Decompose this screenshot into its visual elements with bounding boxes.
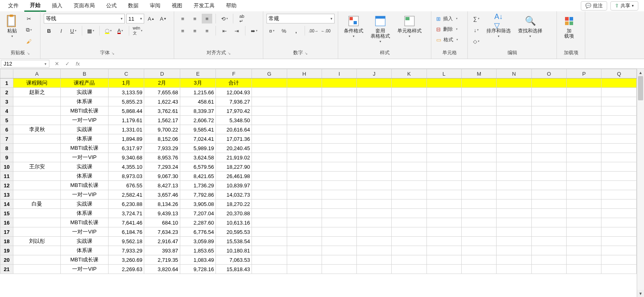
cell-E4[interactable]: 8,339.37 [180,106,215,116]
cell-P11[interactable] [567,172,601,181]
cell-B11[interactable]: 体系课 [61,172,109,181]
cell-N21[interactable] [497,265,531,274]
cell-J16[interactable] [357,218,392,227]
cell-N8[interactable] [497,144,531,153]
cell-Q17[interactable] [601,227,637,237]
cell-I6[interactable] [322,125,356,134]
tab-developer[interactable]: 开发工具 [188,0,220,11]
align-right-button[interactable]: ≡ [202,26,212,36]
cell-E18[interactable]: 3,059.89 [180,237,215,246]
cell-D3[interactable]: 1,622.43 [144,97,180,106]
row-header-19[interactable]: 19 [0,246,13,255]
cell-P4[interactable] [567,106,601,116]
cell-K20[interactable] [392,255,426,265]
cell-L1[interactable] [426,78,461,88]
column-header-I[interactable]: I [322,69,356,78]
cell-Q8[interactable] [601,144,637,153]
cell-P18[interactable] [567,237,601,246]
cell-J5[interactable] [357,116,392,125]
cell-Q3[interactable] [601,97,637,106]
cell-L10[interactable] [426,162,461,172]
cell-M10[interactable] [461,162,496,172]
cell-J18[interactable] [357,237,392,246]
cell-E20[interactable]: 1,083.49 [180,255,215,265]
cell-A21[interactable] [13,265,61,274]
cell-D17[interactable]: 7,634.23 [144,227,180,237]
cell-C14[interactable]: 6,230.88 [108,199,144,209]
cell-I15[interactable] [322,209,356,218]
cell-E15[interactable]: 7,207.04 [180,209,215,218]
cell-D16[interactable]: 684.10 [144,218,180,227]
cell-C3[interactable]: 5,855.23 [108,97,144,106]
column-header-C[interactable]: C [108,69,144,78]
cell-H8[interactable] [287,144,322,153]
cell-D11[interactable]: 9,067.30 [144,172,180,181]
cell-J15[interactable] [357,209,392,218]
cell-G14[interactable] [252,199,287,209]
cell-F9[interactable]: 21,919.02 [216,153,252,162]
row-header-11[interactable]: 11 [0,172,13,181]
cell-H17[interactable] [287,227,322,237]
cell-P1[interactable] [567,78,601,88]
row-header-8[interactable]: 8 [0,144,13,153]
cell-I8[interactable] [322,144,356,153]
cell-A14[interactable]: 白曼 [13,199,61,209]
cell-N12[interactable] [497,181,531,190]
cell-Q13[interactable] [601,190,637,199]
cell-A3[interactable] [13,97,61,106]
cell-D10[interactable]: 7,293.24 [144,162,180,172]
cell-N1[interactable] [497,78,531,88]
cell-C19[interactable]: 7,933.29 [108,246,144,255]
cell-P9[interactable] [567,153,601,162]
cell-C5[interactable]: 1,179.61 [108,116,144,125]
cell-O12[interactable] [531,181,566,190]
cell-K4[interactable] [392,106,426,116]
cell-K1[interactable] [392,78,426,88]
cell-F5[interactable]: 5,348.50 [216,116,252,125]
font-size-combo[interactable]: 11▾ [126,14,144,23]
cell-L12[interactable] [426,181,461,190]
cell-N11[interactable] [497,172,531,181]
row-header-6[interactable]: 6 [0,125,13,134]
cell-H19[interactable] [287,246,322,255]
cell-C13[interactable]: 2,582.41 [108,190,144,199]
sort-filter-button[interactable]: A↓▽ 排序和筛选▾ [484,14,513,39]
cell-O20[interactable] [531,255,566,265]
cell-C15[interactable]: 3,724.71 [108,209,144,218]
cell-D15[interactable]: 9,439.13 [144,209,180,218]
cell-J12[interactable] [357,181,392,190]
cell-A5[interactable] [13,116,61,125]
cell-D18[interactable]: 2,916.47 [144,237,180,246]
cell-N2[interactable] [497,88,531,97]
cell-Q15[interactable] [601,209,637,218]
cell-O8[interactable] [531,144,566,153]
cell-O17[interactable] [531,227,566,237]
cell-M5[interactable] [461,116,496,125]
enter-formula-button[interactable]: ✓ [62,60,72,68]
cell-E6[interactable]: 9,585.41 [180,125,215,134]
align-center-button[interactable]: ≡ [190,26,200,36]
cell-N10[interactable] [497,162,531,172]
cell-C8[interactable]: 6,317.97 [108,144,144,153]
cell-Q2[interactable] [601,88,637,97]
cell-A2[interactable]: 赵新之 [13,88,61,97]
cell-F2[interactable]: 12,004.93 [216,88,252,97]
cell-C18[interactable]: 9,562.18 [108,237,144,246]
cell-I18[interactable] [322,237,356,246]
cell-O1[interactable] [531,78,566,88]
share-button[interactable]: ⇪共享 ▾ [610,1,638,11]
cell-M1[interactable] [461,78,496,88]
cell-G10[interactable] [252,162,287,172]
tab-help[interactable]: 帮助 [220,0,242,11]
cell-D20[interactable]: 2,719.35 [144,255,180,265]
autosum-button[interactable]: ∑ [471,14,482,23]
row-header-13[interactable]: 13 [0,190,13,199]
cell-H11[interactable] [287,172,322,181]
cell-G8[interactable] [252,144,287,153]
cell-D9[interactable]: 8,953.76 [144,153,180,162]
cell-C12[interactable]: 676.55 [108,181,144,190]
cell-Q1[interactable] [601,78,637,88]
cell-G16[interactable] [252,218,287,227]
cell-B10[interactable]: 实战课 [61,162,109,172]
row-header-15[interactable]: 15 [0,209,13,218]
